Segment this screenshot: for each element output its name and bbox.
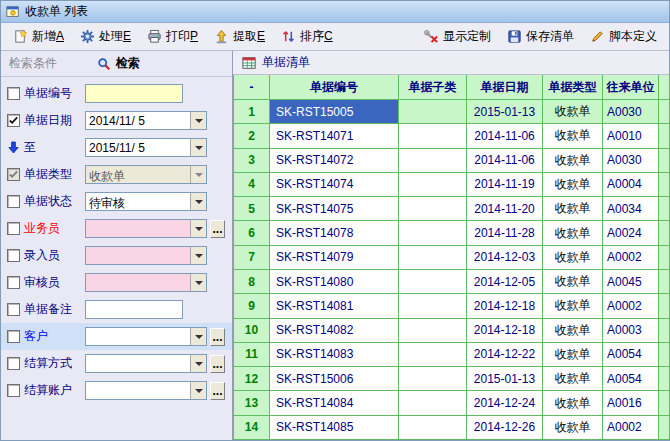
partner-unit-cell[interactable]: A0045: [603, 270, 659, 294]
doc-number-input[interactable]: [85, 84, 183, 103]
table-row[interactable]: 10SK-RST140822014-12-18收款单A0003: [234, 319, 669, 343]
doc-date-cell[interactable]: 2015-01-13: [467, 100, 543, 124]
settle-method-more-button[interactable]: ...: [210, 355, 225, 373]
table-row[interactable]: 3SK-RST140722014-11-06收款单A0030: [234, 149, 669, 173]
row-number-cell[interactable]: 14: [234, 416, 270, 440]
doc-code-cell[interactable]: SK-RST14082: [270, 319, 399, 343]
doc-type-cell[interactable]: 收款单: [543, 149, 603, 173]
partner-unit-cell[interactable]: A0024: [603, 221, 659, 245]
partner-unit-cell[interactable]: A0030: [603, 149, 659, 173]
column-header-doc-type[interactable]: 单据类型: [543, 75, 603, 100]
doc-code-cell[interactable]: SK-RST14085: [270, 416, 399, 440]
partner-unit-cell[interactable]: A0004: [603, 173, 659, 197]
doc-date-cell[interactable]: 2015-01-13: [467, 367, 543, 391]
doc-code-cell[interactable]: SK-RST15006: [270, 367, 399, 391]
salesman-checkbox[interactable]: [7, 222, 20, 235]
table-row[interactable]: 9SK-RST140812014-12-18收款单A0002: [234, 294, 669, 318]
partner-unit-cell[interactable]: A0002: [603, 416, 659, 440]
doc-remark-input[interactable]: [85, 300, 183, 319]
table-row[interactable]: 7SK-RST140792014-12-03收款单A0002: [234, 246, 669, 270]
table-row[interactable]: 8SK-RST140802014-12-05收款单A0045: [234, 270, 669, 294]
auditor-checkbox[interactable]: [7, 276, 20, 289]
doc-subtype-cell[interactable]: [399, 173, 467, 197]
auditor-combo-dropdown-button[interactable]: [190, 274, 206, 291]
settle-method-combo[interactable]: [85, 354, 207, 373]
column-header-doc-code[interactable]: 单据编号: [270, 75, 399, 100]
table-row[interactable]: 6SK-RST140782014-11-28收款单A0024: [234, 221, 669, 245]
row-number-cell[interactable]: 4: [234, 173, 270, 197]
row-number-cell[interactable]: 13: [234, 391, 270, 415]
entry-clerk-checkbox[interactable]: [7, 249, 20, 262]
column-header-doc-subtype[interactable]: 单据子类: [399, 75, 467, 100]
doc-code-cell[interactable]: SK-RST14083: [270, 343, 399, 367]
customer-checkbox[interactable]: [7, 330, 20, 343]
display-custom-button[interactable]: 显示定制: [416, 24, 499, 49]
partner-unit-cell[interactable]: A0002: [603, 246, 659, 270]
row-number-cell[interactable]: 6: [234, 221, 270, 245]
partner-unit-cell[interactable]: A0010: [603, 124, 659, 148]
partner-unit-cell[interactable]: A0002: [603, 294, 659, 318]
customer-combo-dropdown-button[interactable]: [190, 328, 206, 345]
doc-type-cell[interactable]: 收款单: [543, 416, 603, 440]
doc-type-cell[interactable]: 收款单: [543, 100, 603, 124]
doc-type-cell[interactable]: 收款单: [543, 197, 603, 221]
partner-unit-cell[interactable]: A0030: [603, 100, 659, 124]
doc-date-cell[interactable]: 2014-11-20: [467, 197, 543, 221]
doc-status-combo[interactable]: 待审核: [85, 192, 207, 211]
doc-subtype-cell[interactable]: [399, 343, 467, 367]
table-row[interactable]: 14SK-RST140852014-12-26收款单A0002: [234, 416, 669, 440]
doc-type-cell[interactable]: 收款单: [543, 270, 603, 294]
column-header-doc-date[interactable]: 单据日期: [467, 75, 543, 100]
row-number-cell[interactable]: 7: [234, 246, 270, 270]
doc-subtype-cell[interactable]: [399, 367, 467, 391]
doc-code-cell[interactable]: SK-RST14071: [270, 124, 399, 148]
row-number-cell[interactable]: 10: [234, 319, 270, 343]
doc-subtype-cell[interactable]: [399, 221, 467, 245]
doc-date-cell[interactable]: 2014-12-05: [467, 270, 543, 294]
row-number-cell[interactable]: 1: [234, 100, 270, 124]
table-row[interactable]: 13SK-RST140842014-12-24收款单A0016: [234, 391, 669, 415]
doc-date-cell[interactable]: 2014-11-28: [467, 221, 543, 245]
doc-date-checkbox[interactable]: [7, 114, 20, 127]
doc-subtype-cell[interactable]: [399, 197, 467, 221]
salesman-combo-dropdown-button[interactable]: [190, 220, 206, 237]
doc-date-combo[interactable]: 2014/11/ 5: [85, 111, 207, 130]
doc-type-cell[interactable]: 收款单: [543, 246, 603, 270]
doc-type-cell[interactable]: 收款单: [543, 124, 603, 148]
doc-date-cell[interactable]: 2014-12-22: [467, 343, 543, 367]
extract-button[interactable]: 提取E: [206, 24, 273, 49]
doc-code-cell[interactable]: SK-RST15005: [270, 100, 399, 124]
settle-method-checkbox[interactable]: [7, 357, 20, 370]
doc-subtype-cell[interactable]: [399, 100, 467, 124]
table-row[interactable]: 5SK-RST140752014-11-20收款单A0034: [234, 197, 669, 221]
partner-unit-cell[interactable]: A0003: [603, 319, 659, 343]
doc-code-cell[interactable]: SK-RST14079: [270, 246, 399, 270]
doc-date-cell[interactable]: 2014-12-24: [467, 391, 543, 415]
customer-more-button[interactable]: ...: [210, 328, 225, 346]
doc-code-cell[interactable]: SK-RST14074: [270, 173, 399, 197]
save-list-button[interactable]: 保存清单: [499, 24, 582, 49]
doc-status-checkbox[interactable]: [7, 195, 20, 208]
doc-subtype-cell[interactable]: [399, 246, 467, 270]
settle-account-combo-dropdown-button[interactable]: [190, 382, 206, 399]
row-number-cell[interactable]: 11: [234, 343, 270, 367]
doc-remark-checkbox[interactable]: [7, 303, 20, 316]
table-row[interactable]: 1SK-RST150052015-01-13收款单A0030: [234, 100, 669, 124]
doc-type-cell[interactable]: 收款单: [543, 367, 603, 391]
doc-type-combo-dropdown-button[interactable]: [190, 166, 206, 183]
doc-code-cell[interactable]: SK-RST14075: [270, 197, 399, 221]
auditor-combo[interactable]: [85, 273, 207, 292]
doc-subtype-cell[interactable]: [399, 319, 467, 343]
partner-unit-cell[interactable]: A0016: [603, 391, 659, 415]
doc-status-combo-dropdown-button[interactable]: [190, 193, 206, 210]
new-button[interactable]: 新增A: [5, 24, 72, 49]
row-number-cell[interactable]: 5: [234, 197, 270, 221]
table-row[interactable]: 2SK-RST140712014-11-06收款单A0010: [234, 124, 669, 148]
settle-account-more-button[interactable]: ...: [210, 382, 225, 400]
table-row[interactable]: 12SK-RST150062015-01-13收款单A0054: [234, 367, 669, 391]
date-to-combo-dropdown-button[interactable]: [190, 139, 206, 156]
partner-unit-cell[interactable]: A0054: [603, 343, 659, 367]
customer-combo[interactable]: [85, 327, 207, 346]
doc-date-combo-dropdown-button[interactable]: [190, 112, 206, 129]
doc-subtype-cell[interactable]: [399, 270, 467, 294]
